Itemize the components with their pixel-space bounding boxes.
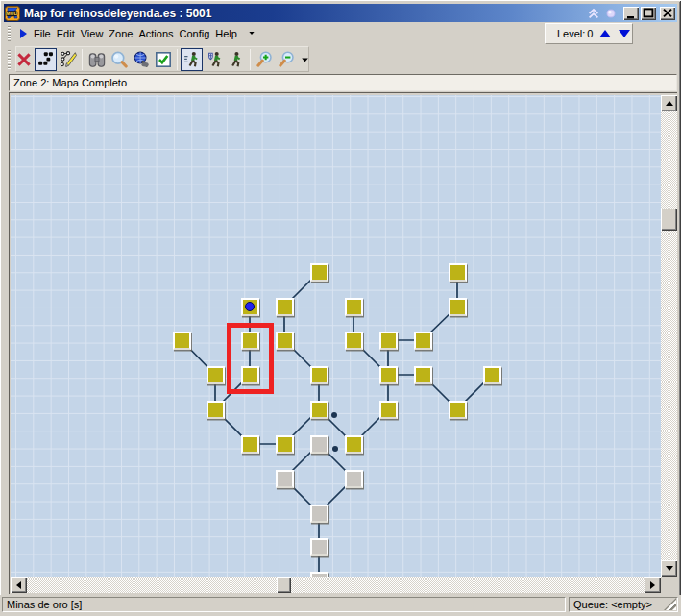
toolbar-button-walk[interactable]: [225, 48, 247, 71]
statusbar: Minas de oro [s] Queue: <empty>: [0, 595, 681, 616]
status-room-text: Minas de oro [s]: [7, 599, 82, 610]
toolbar-button-zoom-out[interactable]: [276, 48, 298, 71]
menu-overflow-button[interactable]: [243, 25, 260, 42]
toolbar-button-edit-path[interactable]: [57, 48, 79, 71]
run-icon: [20, 29, 27, 38]
toolbar-button-caret-down[interactable]: [298, 48, 312, 71]
menu-zone[interactable]: Zone: [106, 26, 135, 41]
zone-label-bar: Zone 2: Mapa Completo: [9, 74, 677, 91]
scroll-right-button[interactable]: [645, 577, 661, 593]
room-n14[interactable]: [241, 366, 259, 384]
room-n24[interactable]: [276, 435, 294, 454]
room-n12[interactable]: [414, 332, 432, 350]
map-area: [9, 92, 677, 594]
scroll-down-button[interactable]: [661, 560, 677, 577]
toolbar-separator: [82, 49, 83, 70]
pin-icon[interactable]: [604, 7, 618, 20]
map-viewport[interactable]: [11, 95, 661, 577]
scrollbar-corner: [661, 577, 677, 593]
scroll-up-button[interactable]: [661, 95, 677, 111]
status-queue-panel: Queue: <empty>: [569, 597, 678, 612]
vertical-scroll-thumb[interactable]: [661, 209, 677, 231]
level-value: 0: [587, 28, 593, 39]
horizontal-scrollbar[interactable]: [11, 577, 661, 593]
minimize-button[interactable]: [623, 7, 639, 20]
room-n23[interactable]: [241, 435, 259, 454]
app-icon: MUD: [5, 6, 20, 21]
room-n2[interactable]: [449, 263, 467, 282]
room-g1[interactable]: [310, 435, 328, 454]
room-n18[interactable]: [483, 366, 501, 384]
toolbar-button-find[interactable]: [85, 48, 108, 71]
room-n22[interactable]: [449, 401, 467, 419]
menu-actions[interactable]: Actions: [135, 26, 176, 41]
menu-file[interactable]: File: [31, 26, 54, 41]
room-n25[interactable]: [345, 435, 363, 454]
toolbar-button-world-find[interactable]: [130, 48, 152, 71]
level-up-button[interactable]: [599, 30, 611, 37]
arrow-down-icon: [666, 566, 673, 571]
toolbar-button-delete[interactable]: [12, 48, 35, 71]
room-n13[interactable]: [207, 366, 225, 384]
room-n11[interactable]: [379, 332, 398, 350]
toolbar-button-rooms[interactable]: [35, 48, 57, 71]
room-g4[interactable]: [310, 505, 328, 523]
level-box: Level: 0: [545, 23, 633, 44]
map-dot-1: [331, 412, 337, 418]
toolbar-separator: [250, 49, 251, 70]
room-n4[interactable]: [276, 298, 294, 316]
vertical-scrollbar[interactable]: [661, 95, 677, 577]
level-down-button[interactable]: [619, 30, 630, 37]
toolbar-button-safewalk[interactable]: [203, 48, 225, 71]
roll-up-icon[interactable]: [587, 7, 600, 20]
menu-help[interactable]: Help: [212, 26, 240, 41]
zone-label: Zone 2: Mapa Completo: [13, 77, 127, 88]
room-n10[interactable]: [345, 332, 363, 350]
arrow-up-icon: [666, 101, 673, 106]
menu-edit[interactable]: Edit: [54, 26, 78, 41]
room-n5[interactable]: [345, 298, 363, 316]
level-label: Level:: [557, 28, 585, 39]
room-n17[interactable]: [414, 366, 432, 384]
room-g2[interactable]: [276, 470, 294, 488]
room-n19[interactable]: [207, 401, 225, 419]
scroll-left-button[interactable]: [11, 577, 27, 593]
menu-items: FileEditViewZoneActionsConfigHelp: [31, 26, 240, 41]
maximize-button[interactable]: [641, 7, 656, 20]
menu-config[interactable]: Config: [177, 26, 213, 41]
room-g6[interactable]: [310, 572, 328, 578]
player-marker: [245, 302, 255, 311]
menu-view[interactable]: View: [78, 26, 107, 41]
toolbar: [4, 45, 677, 73]
room-n21[interactable]: [379, 401, 398, 419]
room-n16[interactable]: [379, 366, 398, 384]
close-button[interactable]: [660, 7, 675, 20]
room-n7[interactable]: [173, 332, 191, 350]
toolbar-button-lens[interactable]: [108, 48, 130, 71]
app-window: MUD Map for reinosdeleyenda.es : 5001 Fi…: [0, 0, 681, 616]
status-room-panel: Minas de oro [s]: [2, 597, 566, 612]
toolbar-buttons: [12, 48, 312, 71]
map-edges: [11, 95, 661, 577]
room-n15[interactable]: [310, 366, 328, 384]
arrow-right-icon: [650, 581, 655, 589]
arrow-left-icon: [16, 581, 21, 589]
room-n9[interactable]: [276, 332, 294, 350]
toolbar-grip[interactable]: [8, 50, 11, 69]
horizontal-scroll-thumb[interactable]: [277, 577, 291, 593]
room-n1[interactable]: [310, 263, 328, 282]
toolbar-button-confirm[interactable]: [152, 48, 174, 71]
map-dot-2: [332, 446, 338, 452]
toolbar-button-zoom-in[interactable]: [254, 48, 276, 71]
window-title: Map for reinosdeleyenda.es : 5001: [24, 7, 587, 20]
resize-grip[interactable]: [664, 598, 676, 610]
room-n20[interactable]: [310, 401, 328, 419]
menubar-grip[interactable]: [8, 26, 11, 41]
svg-text:MUD: MUD: [6, 11, 17, 16]
toolbar-button-speedwalk[interactable]: [181, 48, 203, 71]
room-g5[interactable]: [310, 538, 328, 556]
room-n6[interactable]: [449, 298, 467, 316]
room-n8[interactable]: [241, 332, 259, 350]
toolbar-separator: [177, 49, 178, 70]
room-g3[interactable]: [345, 470, 363, 488]
